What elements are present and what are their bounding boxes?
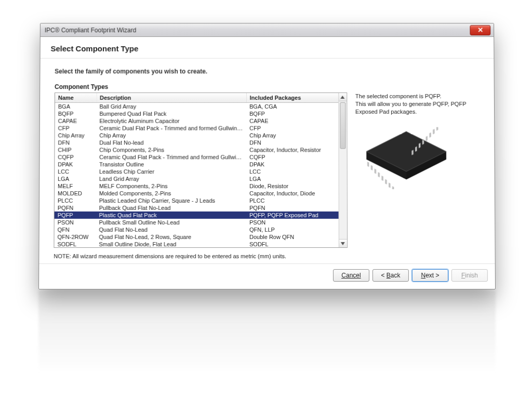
cell-description: Pullback Small Outline No-Lead: [96, 219, 247, 226]
cell-packages: QFN, LLP: [246, 226, 339, 233]
table-row[interactable]: PQFNPullback Quad Flat No-LeadPQFN: [55, 204, 339, 211]
instruction-text: Select the family of components you wish…: [55, 68, 484, 75]
cell-name: CQFP: [55, 153, 96, 161]
table-row[interactable]: DPAKTransistor OutlineDPAK: [55, 161, 338, 168]
cell-packages: Capacitor, Inductor, Diode: [246, 190, 339, 197]
scroll-up-button[interactable]: [339, 93, 347, 101]
cell-description: Ceramic Quad Flat Pack - Trimmed and for…: [96, 153, 246, 161]
chevron-up-icon: [341, 95, 345, 99]
table-row[interactable]: MOLDEDMolded Components, 2-PinsCapacitor…: [55, 190, 339, 197]
scroll-thumb[interactable]: [340, 102, 345, 149]
cell-name: PLCC: [55, 197, 96, 204]
table-row[interactable]: SODFLSmall Outline Diode, Flat LeadSODFL: [54, 241, 338, 247]
svg-rect-20: [425, 136, 427, 141]
cell-name: PSON: [55, 219, 96, 226]
table-row[interactable]: PQFPPlastic Quad Flat PackPQFP, PQFP Exp…: [55, 211, 339, 219]
table-row[interactable]: BGABall Grid ArrayBGA, CGA: [55, 102, 339, 110]
cell-name: DFN: [55, 139, 96, 146]
table-row[interactable]: CQFPCeramic Quad Flat Pack - Trimmed and…: [55, 153, 338, 161]
cell-description: Small Outline Diode, Flat Lead: [96, 241, 246, 247]
cell-packages: PLCC: [246, 197, 339, 204]
cell-description: Electrolytic Aluminum Capacitor: [96, 117, 246, 125]
svg-rect-12: [392, 186, 394, 189]
cell-description: Chip Array: [96, 132, 246, 139]
table-row[interactable]: CAPAEElectrolytic Aluminum CapacitorCAPA…: [55, 117, 339, 125]
cell-description: Dual Flat No-lead: [96, 139, 246, 146]
table-row[interactable]: CFPCeramic Dual Flat Pack - Trimmed and …: [55, 125, 339, 132]
close-icon: ✕: [477, 26, 483, 34]
svg-rect-22: [419, 143, 420, 148]
cell-name: CFP: [55, 125, 97, 132]
cell-description: Plastic Leaded Chip Carrier, Square - J …: [96, 197, 246, 204]
table-row[interactable]: BQFPBumpered Quad Flat PackBQFP: [55, 110, 339, 117]
table-row[interactable]: DFNDual Flat No-leadDFN: [55, 139, 338, 146]
component-preview-image: [360, 127, 453, 189]
cell-description: Quad Flat No-Lead: [96, 226, 246, 233]
table-row[interactable]: QFN-2ROWQuad Flat No-Lead, 2 Rows, Squar…: [55, 233, 339, 241]
table-row[interactable]: PLCCPlastic Leaded Chip Carrier, Square …: [55, 197, 339, 204]
cell-description: Chip Components, 2-Pins: [96, 146, 246, 153]
cell-packages: Diode, Resistor: [246, 182, 339, 190]
cell-description: Bumpered Quad Flat Pack: [96, 110, 246, 117]
cell-name: BQFP: [55, 110, 97, 117]
cell-packages: DPAK: [246, 161, 339, 168]
svg-rect-8: [378, 172, 379, 177]
svg-rect-7: [374, 168, 376, 174]
cell-packages: SODFL: [246, 241, 339, 247]
cell-packages: LCC: [246, 168, 339, 175]
svg-marker-0: [341, 96, 345, 99]
col-header-packages[interactable]: Included Packages: [246, 93, 338, 102]
section-label: Component Types: [55, 83, 484, 90]
col-header-description[interactable]: Description: [97, 93, 247, 102]
cell-description: MELF Components, 2-Pins: [96, 182, 246, 190]
cell-name: Chip Array: [55, 132, 97, 139]
back-button[interactable]: < Back: [373, 269, 409, 282]
cell-packages: CFP: [246, 125, 339, 132]
svg-rect-5: [367, 162, 369, 167]
cell-name: LGA: [55, 175, 96, 182]
close-button[interactable]: ✕: [470, 25, 490, 35]
cancel-button[interactable]: Cancel: [333, 269, 369, 282]
cell-description: Ceramic Dual Flat Pack - Trimmed and for…: [96, 125, 246, 132]
table-row[interactable]: LGALand Grid ArrayLGA: [55, 175, 339, 182]
page-title: Select Component Type: [50, 44, 483, 53]
col-header-name[interactable]: Name: [55, 93, 97, 102]
next-button[interactable]: Next >: [412, 269, 448, 282]
info-panel: The selected component is PQFP. This wil…: [355, 92, 485, 248]
table-row[interactable]: PSONPullback Small Outline No-LeadPSON: [55, 219, 339, 226]
svg-rect-11: [389, 182, 390, 188]
cell-name: MOLDED: [55, 190, 96, 197]
component-types-table: Name Description Included Packages BGABa…: [54, 92, 347, 248]
info-line-2: This will allow you to generate PQFP, PQ…: [355, 100, 484, 115]
cell-packages: CQFP: [246, 153, 339, 161]
info-line-1: The selected component is PQFP.: [355, 92, 484, 100]
svg-rect-24: [411, 150, 413, 155]
dialog-footer: Cancel < Back Next > Finish: [39, 263, 495, 289]
dialog-content: Select the family of components you wish…: [39, 59, 495, 263]
cell-description: Quad Flat No-Lead, 2 Rows, Square: [96, 233, 246, 241]
table-row[interactable]: Chip ArrayChip ArrayChip Array: [55, 132, 339, 139]
finish-button: Finish: [451, 269, 488, 282]
vertical-scrollbar[interactable]: [338, 93, 347, 247]
cell-name: BGA: [55, 102, 97, 110]
svg-rect-17: [436, 127, 438, 130]
cell-description: Molded Components, 2-Pins: [96, 190, 246, 197]
table-row[interactable]: LCCLeadless Chip CarrierLCC: [55, 168, 339, 175]
title-bar: IPC® Compliant Footprint Wizard ✕: [41, 23, 494, 37]
window-title: IPC® Compliant Footprint Wizard: [45, 27, 470, 34]
dialog-header: Select Component Type: [41, 37, 494, 59]
reflection-decoration: [38, 290, 496, 374]
note-text: NOTE: All wizard measurement dimensions …: [54, 253, 484, 259]
table-row[interactable]: QFNQuad Flat No-LeadQFN, LLP: [55, 226, 339, 233]
svg-marker-2: [366, 131, 446, 171]
cell-description: Transistor Outline: [96, 161, 246, 168]
scroll-down-button[interactable]: [339, 239, 347, 247]
cell-description: Plastic Quad Flat Pack: [96, 211, 246, 219]
chevron-down-icon: [341, 241, 345, 245]
table-row[interactable]: MELFMELF Components, 2-PinsDiode, Resist…: [55, 182, 339, 190]
svg-rect-19: [429, 132, 431, 137]
table-row[interactable]: CHIPChip Components, 2-PinsCapacitor, In…: [55, 146, 338, 153]
svg-rect-10: [385, 179, 387, 184]
cell-packages: CAPAE: [246, 117, 339, 125]
cell-packages: LGA: [246, 175, 339, 182]
